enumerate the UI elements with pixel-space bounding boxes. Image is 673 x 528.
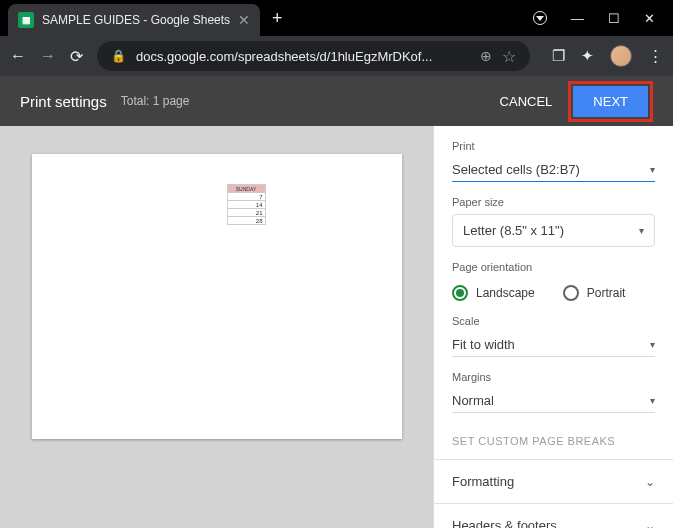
window-controls: — ☐ ✕: [533, 11, 673, 26]
chevron-down-icon: ⌄: [645, 519, 655, 529]
address-bar: ← → ⟳ 🔒 docs.google.com/spreadsheets/d/1…: [0, 36, 673, 76]
preview-cell: 21: [227, 209, 265, 217]
close-window-icon[interactable]: ✕: [644, 11, 655, 26]
next-button-highlight: NEXT: [568, 81, 653, 122]
chevron-down-icon: ▾: [650, 395, 655, 406]
menu-icon[interactable]: ⋮: [648, 47, 663, 65]
close-tab-icon[interactable]: ✕: [238, 12, 250, 28]
extensions-icon[interactable]: ✦: [581, 47, 594, 65]
tabs-icon[interactable]: ❐: [552, 47, 565, 65]
custom-page-breaks-link[interactable]: SET CUSTOM PAGE BREAKS: [434, 427, 673, 459]
profile-avatar[interactable]: [610, 45, 632, 67]
url-text: docs.google.com/spreadsheets/d/1hluEgzMr…: [136, 49, 470, 64]
print-range-select[interactable]: Selected cells (B2:B7) ▾: [452, 158, 655, 182]
orientation-label: Page orientation: [452, 261, 655, 273]
chevron-down-icon: ▾: [650, 164, 655, 175]
chevron-down-icon: ⌄: [645, 475, 655, 489]
cancel-button[interactable]: CANCEL: [500, 94, 553, 109]
preview-header-cell: SUNDAY: [227, 185, 265, 193]
url-box[interactable]: 🔒 docs.google.com/spreadsheets/d/1hluEgz…: [97, 41, 530, 71]
radio-selected-icon: [452, 285, 468, 301]
page-title: Print settings: [20, 93, 107, 110]
forward-icon[interactable]: →: [40, 47, 56, 65]
page-count: Total: 1 page: [121, 94, 190, 108]
paper-size-select[interactable]: Letter (8.5" x 11") ▾: [452, 214, 655, 247]
chevron-down-icon: ▾: [639, 225, 644, 236]
print-label: Print: [452, 140, 655, 152]
radio-unselected-icon: [563, 285, 579, 301]
main-content: SUNDAY 7 14 21 28 Print Selected cells (…: [0, 126, 673, 528]
minimize-icon[interactable]: —: [571, 11, 584, 26]
margins-value: Normal: [452, 393, 494, 408]
preview-table: SUNDAY 7 14 21 28: [227, 184, 266, 225]
chevron-down-icon: ▾: [650, 339, 655, 350]
headers-footers-label: Headers & footers: [452, 518, 557, 528]
paper-size-label: Paper size: [452, 196, 655, 208]
scale-label: Scale: [452, 315, 655, 327]
new-tab-button[interactable]: +: [272, 8, 283, 29]
reload-icon[interactable]: ⟳: [70, 47, 83, 66]
portrait-radio[interactable]: Portrait: [563, 285, 626, 301]
preview-cell: 7: [227, 193, 265, 201]
preview-cell: 14: [227, 201, 265, 209]
star-icon[interactable]: ☆: [502, 47, 516, 66]
browser-tab[interactable]: ▦ SAMPLE GUIDES - Google Sheets ✕: [8, 4, 260, 36]
portrait-label: Portrait: [587, 286, 626, 300]
account-indicator-icon[interactable]: [533, 11, 547, 25]
print-range-value: Selected cells (B2:B7): [452, 162, 580, 177]
preview-pane: SUNDAY 7 14 21 28: [0, 126, 433, 528]
print-header: Print settings Total: 1 page CANCEL NEXT: [0, 76, 673, 126]
paper-size-value: Letter (8.5" x 11"): [463, 223, 564, 238]
next-button[interactable]: NEXT: [573, 86, 648, 117]
formatting-label: Formatting: [452, 474, 514, 489]
tab-title: SAMPLE GUIDES - Google Sheets: [42, 13, 230, 27]
sheets-icon: ▦: [18, 12, 34, 28]
titlebar: ▦ SAMPLE GUIDES - Google Sheets ✕ + — ☐ …: [0, 0, 673, 36]
headers-footers-section[interactable]: Headers & footers ⌄: [434, 504, 673, 528]
back-icon[interactable]: ←: [10, 47, 26, 65]
zoom-icon[interactable]: ⊕: [480, 48, 492, 64]
scale-value: Fit to width: [452, 337, 515, 352]
formatting-section[interactable]: Formatting ⌄: [434, 460, 673, 503]
preview-cell: 28: [227, 217, 265, 225]
settings-panel: Print Selected cells (B2:B7) ▾ Paper siz…: [433, 126, 673, 528]
margins-select[interactable]: Normal ▾: [452, 389, 655, 413]
lock-icon: 🔒: [111, 49, 126, 63]
maximize-icon[interactable]: ☐: [608, 11, 620, 26]
landscape-radio[interactable]: Landscape: [452, 285, 535, 301]
margins-label: Margins: [452, 371, 655, 383]
page-preview: SUNDAY 7 14 21 28: [32, 154, 402, 439]
landscape-label: Landscape: [476, 286, 535, 300]
scale-select[interactable]: Fit to width ▾: [452, 333, 655, 357]
